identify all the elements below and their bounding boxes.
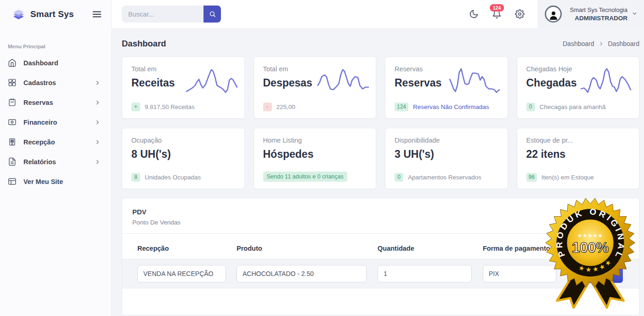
layers-logo-icon [12,8,25,21]
count-badge: 0 [395,173,403,182]
count-badge: 124 [395,103,408,111]
pdv-card: PDV Ponto De Vendas Recepção Produto Qua… [122,198,639,315]
sidebar-item-label: Reservas [23,99,53,106]
card-title: Hóspedes [263,148,367,161]
card-despesas: Total em Despesas - 225,00 [254,57,377,119]
menu-section-label: Menu Principal [8,44,111,49]
sidebar-item-cadastros[interactable]: Cadastros [0,73,111,92]
sidebar-item-reservas[interactable]: Reservas [0,92,111,112]
chevron-right-icon [599,41,604,46]
breadcrumb-link[interactable]: Dashboard [563,40,594,47]
cash-icon [8,118,17,126]
chevron-right-icon [93,99,102,106]
count-badge: 0 [526,103,535,111]
breadcrumb: Dashboard Dashboard [563,40,639,47]
card-estoque: Estoque de pr... 22 itens 96 Iten(s) em … [517,128,640,189]
pdv-subtitle: Ponto De Vendas [132,219,629,226]
sidebar: Smart Sys Menu Principal Dashboard [0,0,112,316]
recepcao-select[interactable] [137,265,226,282]
card-title: 8 UH('s) [131,148,235,161]
chevron-down-icon [632,11,638,17]
search-bar [122,6,221,23]
sparkline-chart [186,64,238,99]
col-produto: Produto [237,245,378,252]
user-role: ADMINISTRADOR [562,15,627,22]
person-icon [548,10,559,21]
search-icon [209,11,216,17]
pdv-column-headers: Recepção Produto Quantidade Forma de pag… [122,234,639,252]
app-title: Smart Sys [30,9,74,19]
report-icon [8,157,17,166]
card-subtext: 225,00 [277,103,295,110]
sidebar-item-relatorios[interactable]: Relatórios [0,152,111,172]
col-quantidade: Quantidade [378,245,483,252]
card-title: 22 itens [526,148,630,161]
sidebar-item-label: Recepção [23,138,55,146]
card-subtext: 9.817,50 Receitas [145,103,195,110]
reservas-nao-confirmadas-link[interactable]: Reservas Não Confirmadas [413,103,489,110]
sidebar-logo: Smart Sys [0,0,111,29]
sparkline-chart [449,64,501,99]
sidebar-item-label: Ver Meu Site [23,178,63,185]
forma-pagamento-select[interactable] [483,265,556,282]
breadcrumb-current: Dashboard [608,40,640,47]
sidebar-item-label: Financeiro [23,119,57,126]
search-input[interactable] [122,6,203,23]
produto-select[interactable] [237,265,367,282]
card-label: Disponibilidade [395,137,498,144]
sidebar-item-label: Cadastros [23,79,56,86]
page-title: Dashboard [122,39,166,49]
minus-badge: - [263,103,272,111]
calendar-icon [8,98,17,107]
sidebar-item-financeiro[interactable]: Financeiro [0,112,111,132]
sidebar-item-ver-meu-site[interactable]: Ver Meu Site [0,172,111,191]
card-receitas: Total em Receitas + 9.817,50 Receitas [122,57,245,119]
pdv-title: PDV [132,208,629,216]
card-label: Ocupação [131,137,235,144]
settings-button[interactable] [515,9,525,19]
topbar: 124 [112,0,644,29]
quantidade-input[interactable] [378,265,472,282]
sidebar-item-label: Relatórios [23,158,56,166]
card-disponibilidade: Disponibilidade 3 UH('s) 0 Apartamentos … [385,128,508,189]
sidebar-toggle-button[interactable] [92,9,102,19]
search-button[interactable] [203,6,221,23]
notification-count-badge: 124 [490,4,504,11]
avatar [545,6,562,23]
building-icon [8,138,17,146]
gear-icon [515,9,525,19]
hamburger-icon [92,9,102,19]
chevron-right-icon [93,119,102,126]
chevron-right-icon [93,139,102,145]
sidebar-menu: Dashboard Cadastros Reservas [0,53,111,191]
sidebar-item-recepcao[interactable]: Recepção [0,132,111,152]
count-badge: 8 [131,173,140,182]
card-chegadas: Chegadas Hoje Chegadas 0 Checagas para a… [517,57,640,119]
col-recepcao: Recepção [137,245,237,252]
browser-icon [8,177,17,186]
pdv-submit-button[interactable] [570,264,623,283]
sparkline-chart [580,64,633,99]
plus-badge: + [131,103,140,111]
card-hospedes: Home Listing Hóspedes Sendo 11 adultos e… [254,128,377,189]
count-badge: 96 [526,173,537,182]
sidebar-item-dashboard[interactable]: Dashboard [0,53,111,73]
card-subtext: Checagas para amanhã [540,103,606,110]
card-reservas: Reservas Reservas 124 Reservas Não Confi… [385,57,508,119]
card-label: Home Listing [263,137,367,144]
card-label: Estoque de pr... [526,137,630,144]
user-company: Smart Sys Tecnologia [562,6,627,13]
dark-mode-toggle[interactable] [469,9,479,19]
chevron-right-icon [93,80,102,86]
sidebar-item-label: Dashboard [23,59,58,67]
stat-cards-row: Total em Receitas + 9.817,50 Receitas To… [122,57,639,189]
card-title: 3 UH('s) [395,148,498,161]
card-subtext: Iten(s) em Estoque [542,174,594,181]
card-subtext: Apartamentos Reservados [408,174,481,181]
user-menu[interactable]: Smart Sys Tecnologia ADMINISTRADOR [537,0,644,29]
sparkline-chart [317,64,369,99]
grid-icon [8,78,17,87]
notifications-button[interactable]: 124 [492,9,502,19]
card-ocupacao: Ocupação 8 UH('s) 8 Unidades Ocupadas [122,128,245,189]
moon-icon [469,9,479,19]
